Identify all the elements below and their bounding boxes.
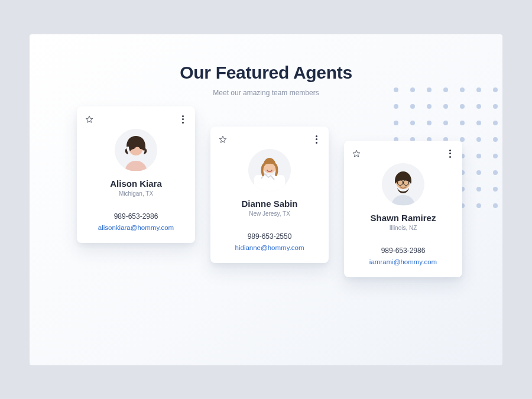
agent-cards-container: Alison Kiara Michigan, TX 989-653-2986 a…: [30, 106, 502, 343]
agent-name: Dianne Sabin: [219, 199, 320, 209]
agent-card: Dianne Sabin New Jeresy, TX 989-653-2550…: [210, 126, 329, 263]
agent-location: Michigan, TX: [85, 190, 187, 197]
agent-name: Alison Kiara: [85, 179, 187, 189]
agent-contact: 989-653-2986 iamrami@hommy.com: [352, 246, 454, 267]
agent-location: New Jeresy, TX: [219, 210, 320, 217]
agent-contact: 989-653-2986 alisonkiara@hommy.com: [85, 212, 187, 232]
agent-card: Shawn Ramirez Illinois, NZ 989-653-2986 …: [344, 141, 462, 277]
agent-location: Illinois, NZ: [352, 225, 454, 231]
svg-rect-5: [254, 175, 285, 192]
svg-marker-7: [353, 150, 360, 157]
more-vertical-icon[interactable]: [446, 149, 454, 158]
avatar: [115, 129, 157, 171]
star-icon[interactable]: [219, 135, 227, 144]
agent-email-link[interactable]: alisonkiara@hommy.com: [98, 224, 174, 231]
page-subtitle: Meet our amazing team members: [30, 89, 502, 97]
agent-phone: 989-653-2550: [219, 232, 320, 241]
avatar: [382, 163, 424, 206]
svg-marker-3: [219, 136, 226, 142]
section-header: Our Featured Agents Meet our amazing tea…: [30, 34, 502, 97]
canvas: Our Featured Agents Meet our amazing tea…: [30, 34, 502, 365]
more-vertical-icon[interactable]: [179, 115, 187, 124]
avatar: [248, 149, 291, 192]
agent-card: Alison Kiara Michigan, TX 989-653-2986 a…: [77, 106, 195, 243]
star-icon[interactable]: [352, 150, 361, 158]
svg-marker-0: [86, 116, 93, 122]
star-icon[interactable]: [85, 115, 93, 124]
agent-name: Shawn Ramirez: [352, 213, 454, 223]
page-title: Our Featured Agents: [30, 63, 502, 83]
agent-email-link[interactable]: hidianne@hommy.com: [235, 244, 304, 251]
more-vertical-icon[interactable]: [312, 135, 320, 144]
agent-phone: 989-653-2986: [85, 212, 187, 220]
agent-email-link[interactable]: iamrami@hommy.com: [369, 258, 437, 265]
agent-contact: 989-653-2550 hidianne@hommy.com: [219, 232, 320, 252]
agent-phone: 989-653-2986: [352, 246, 454, 255]
